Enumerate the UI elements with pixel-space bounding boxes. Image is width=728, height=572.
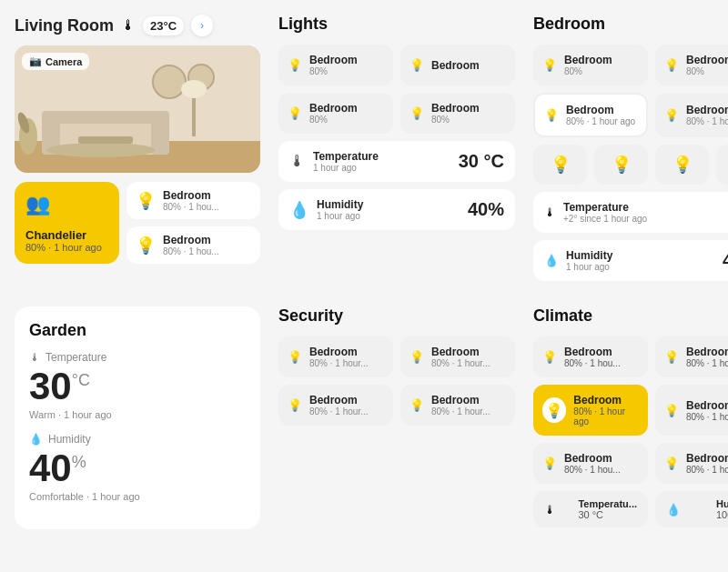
security-item-2[interactable]: 💡 Bedroom 80% · 1 hour... [278, 385, 393, 426]
garden-section: Garden 🌡 Temperature 30°C Warm · 1 hour … [15, 306, 260, 529]
chandelier-card[interactable]: 👥 Chandelier 80% · 1 hour ago [15, 182, 119, 264]
thermometer-icon: 🌡 [289, 152, 306, 171]
temp-badge: 23°C [143, 16, 184, 35]
bedroom-top-0[interactable]: 💡 Bedroom 80% [533, 45, 648, 85]
bedroom-humidity-label: Humidity [566, 249, 612, 262]
bedroom-sub-0: 80% [564, 66, 612, 76]
device-item-1[interactable]: 💡 Bedroom 80% · 1 hou... [126, 182, 260, 219]
bulb-icon-1: 💡 [410, 58, 424, 72]
climate-item-1[interactable]: 💡 Bedroom 80% · 1 hou... [655, 336, 728, 377]
humidity-icon: 💧 [666, 503, 681, 517]
bulb-icon-2: 💡 [136, 236, 156, 256]
climate-humidity-sensor: 💧 Humidity 100% [655, 491, 728, 527]
bulb-icon-3: 💡 [664, 404, 679, 417]
garden-humidity-value: 40 [29, 447, 72, 489]
climate-item-0[interactable]: 💡 Bedroom 80% · 1 hou... [533, 336, 648, 377]
camera-card[interactable]: 📷 Camera [15, 45, 260, 173]
bulb-icon-2: 💡 [544, 108, 559, 122]
device-name-1: Bedroom [163, 189, 219, 202]
bulb-icon-1: 💡 [664, 350, 679, 364]
bedroom-humidity-row: 💧 Humidity 1 hour ago 40% [533, 240, 728, 281]
living-room-title: Living Room [15, 16, 114, 35]
security-sub-3: 80% · 1 hour... [431, 406, 490, 416]
living-bottom: 👥 Chandelier 80% · 1 hour ago 💡 Bedroom … [15, 182, 260, 264]
bedroom-second-item[interactable]: 💡 Bedroom 80% · 1 hou... [655, 93, 728, 137]
climate-item-4[interactable]: 💡 Bedroom 80% · 1 hou... [533, 443, 648, 484]
security-item-3[interactable]: 💡 Bedroom 80% · 1 hour... [400, 385, 515, 426]
thermometer-icon: 🌡 [121, 17, 136, 34]
thermometer-icon: 🌡 [544, 503, 556, 517]
garden-temp-stat: 🌡 Temperature 30°C Warm · 1 hour ago [29, 351, 246, 420]
bedroom-icon-row: 💡 💡 💡 💡 [533, 145, 728, 185]
bedroom-second-sub: 80% · 1 hou... [686, 116, 728, 126]
light-item-1[interactable]: 💡 Bedroom [400, 45, 515, 85]
bedroom-top-1[interactable]: 💡 Bedroom 80% [655, 45, 728, 85]
bedroom-icon-box-2[interactable]: 💡 [655, 145, 709, 185]
humidity-sub: 1 hour ago [317, 211, 363, 221]
light-name-0: Bedroom [309, 54, 358, 66]
climate-sub-2: 80% · 1 hour ago [573, 406, 639, 426]
temp-value: 23°C [150, 19, 177, 33]
bulb-icon-0: 💡 [542, 350, 557, 364]
light-sub-0: 80% [309, 66, 358, 76]
bedroom-top-grid: 💡 Bedroom 80% 💡 Bedroom 80% 💡 Bedroom 80… [533, 45, 728, 137]
bedroom-icon-box-0[interactable]: 💡 [533, 145, 587, 185]
security-item-1[interactable]: 💡 Bedroom 80% · 1 hour... [400, 336, 515, 377]
camera-label: 📷 Camera [22, 53, 89, 70]
light-item-0[interactable]: 💡 Bedroom 80% [278, 45, 393, 85]
bulb-icon-1: 💡 [664, 58, 679, 72]
bedroom-title: Bedroom [533, 15, 728, 34]
climate-temp-sensor: 🌡 Temperatu... 30 °C [533, 491, 648, 527]
security-name-2: Bedroom [309, 394, 369, 406]
bulb-icon: 💡 [288, 58, 302, 72]
light-name-2: Bedroom [309, 102, 358, 115]
temp-sensor-row: 🌡 Temperature 1 hour ago 30 °C [278, 141, 515, 182]
temp-label: Temperature [313, 150, 379, 163]
climate-item-2-active[interactable]: 💡 Bedroom 80% · 1 hour ago [533, 385, 648, 436]
bedroom-icon-box-1[interactable]: 💡 [594, 145, 648, 185]
security-name-0: Bedroom [309, 346, 369, 358]
svg-point-8 [153, 65, 186, 98]
bedroom-humidity-sub: 1 hour ago [566, 262, 612, 272]
bedroom-second-name: Bedroom [686, 104, 728, 116]
garden-humidity-stat: 💧 Humidity 40% Comfortable · 1 hour ago [29, 433, 246, 502]
light-sub-2: 80% [309, 115, 358, 125]
camera-icon: 📷 [29, 55, 42, 67]
bedroom-humidity-val: 40% [723, 250, 728, 271]
security-name-1: Bedroom [431, 346, 490, 358]
light-name-3: Bedroom [431, 102, 480, 115]
temp-value: 30 °C [459, 151, 504, 172]
bulb-icon-3: 💡 [410, 106, 424, 120]
climate-sub-5: 80% · 1 hou... [686, 465, 728, 475]
bedroom-active-sub: 80% · 1 hour ago [566, 116, 635, 126]
camera-text: Camera [46, 56, 82, 67]
bulb-icon-4: 💡 [542, 457, 557, 470]
climate-sub-4: 80% · 1 hou... [564, 465, 621, 475]
device-sub-1: 80% · 1 hou... [163, 202, 219, 212]
chevron-right-button[interactable]: › [191, 15, 213, 36]
climate-item-5[interactable]: 💡 Bedroom 80% · 1 hou... [655, 443, 728, 484]
light-item-2[interactable]: 💡 Bedroom 80% [278, 93, 393, 134]
light-name-1: Bedroom [431, 59, 480, 72]
climate-humidity-label: Humidity [716, 498, 728, 509]
climate-title: Climate [533, 306, 728, 326]
bulb-icon-1: 💡 [410, 350, 424, 364]
climate-name-3: Bedroom [686, 399, 728, 412]
security-sub-0: 80% · 1 hour... [309, 358, 369, 368]
light-item-3[interactable]: 💡 Bedroom 80% [400, 93, 515, 134]
security-item-0[interactable]: 💡 Bedroom 80% · 1 hour... [278, 336, 393, 377]
bedroom-icon-box-3[interactable]: 💡 [716, 145, 728, 185]
device-name-2: Bedroom [163, 234, 219, 246]
chandelier-icon: 👥 [25, 193, 108, 216]
bedroom-sub-1: 80% [686, 66, 728, 76]
climate-sensors: 🌡 Temperatu... 30 °C 💧 Humidity 100% [533, 491, 728, 527]
living-room-section: Living Room 🌡 23°C › 📷 Camera [15, 15, 260, 288]
lights-section: Lights 💡 Bedroom 80% 💡 Bedroom 💡 Bedr [278, 15, 515, 288]
bedroom-active-item[interactable]: 💡 Bedroom 80% · 1 hour ago [533, 93, 648, 137]
security-grid: 💡 Bedroom 80% · 1 hour... 💡 Bedroom 80% … [278, 336, 515, 426]
humidity-icon: 💧 [544, 254, 559, 267]
device-item-2[interactable]: 💡 Bedroom 80% · 1 hou... [126, 226, 260, 264]
temp-sub: 1 hour ago [313, 163, 379, 173]
climate-item-3[interactable]: 💡 Bedroom 80% · 1 hou... [655, 385, 728, 436]
thermometer-icon: 🌡 [29, 351, 40, 364]
